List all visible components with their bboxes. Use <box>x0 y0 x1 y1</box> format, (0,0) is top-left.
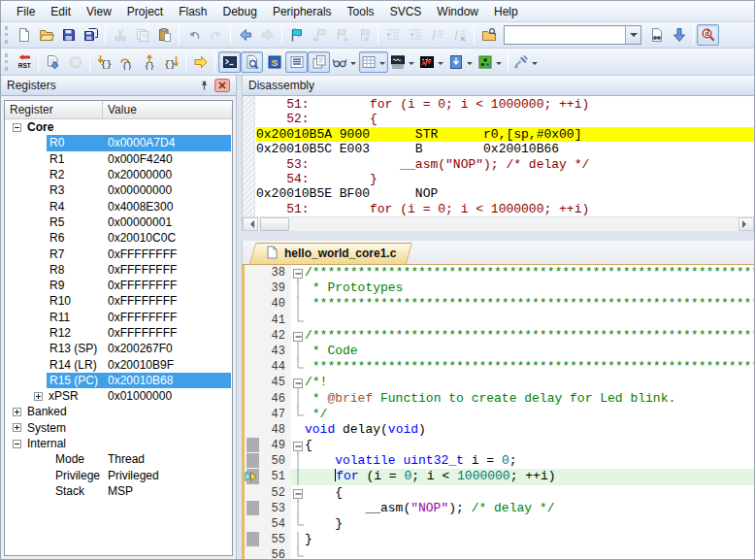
toolbar-grip[interactable] <box>5 26 9 44</box>
reset-button[interactable]: RST <box>13 51 35 73</box>
breakpoint-margin[interactable] <box>245 313 262 328</box>
register-row-r14-lr[interactable]: R14 (LR)0x20010B9F <box>5 356 232 372</box>
register-row-r7[interactable]: R70xFFFFFFFF <box>5 246 232 261</box>
find-in-files-button[interactable] <box>477 24 500 46</box>
code-line[interactable]: */ <box>305 407 754 422</box>
menu-svcs[interactable]: SVCS <box>382 2 430 21</box>
open-folder-button[interactable] <box>35 24 57 46</box>
bookmark-toggle-button[interactable] <box>285 24 308 46</box>
fold-margin[interactable] <box>291 328 305 344</box>
tools-button[interactable] <box>511 51 541 73</box>
doc-find-button[interactable] <box>645 24 668 46</box>
code-line[interactable]: * Code <box>305 344 754 359</box>
code-line[interactable]: } <box>305 516 754 532</box>
register-row-r2[interactable]: R20x20000000 <box>5 167 232 182</box>
column-header-register[interactable]: Register <box>5 101 103 118</box>
memory-window-button[interactable] <box>359 51 388 73</box>
save-button[interactable] <box>57 24 80 46</box>
scroll-track[interactable] <box>289 217 739 231</box>
collapse-icon[interactable] <box>13 440 21 448</box>
watch-window-button[interactable] <box>330 51 359 73</box>
register-row-r5[interactable]: R50x00000001 <box>5 214 232 230</box>
menu-flash[interactable]: Flash <box>171 2 214 21</box>
menu-help[interactable]: Help <box>486 2 526 21</box>
registers-window-button[interactable] <box>285 51 308 73</box>
register-row-r12[interactable]: R120xFFFFFFFF <box>5 325 232 341</box>
fold-collapse-icon[interactable] <box>291 485 305 502</box>
disassembly-breakpoint-margin[interactable] <box>243 96 255 216</box>
breakpoint-margin[interactable] <box>245 407 262 422</box>
find-input[interactable] <box>505 26 625 44</box>
serial-window-button[interactable] <box>388 51 417 73</box>
register-row-r6[interactable]: R60x20010C0C <box>5 230 232 246</box>
scroll-left-button[interactable] <box>243 217 258 231</box>
breakpoint-margin[interactable] <box>245 344 262 359</box>
memory-window-dropdown[interactable] <box>379 62 385 68</box>
register-row-r0[interactable]: R00x0000A7D4 <box>5 135 232 150</box>
new-file-button[interactable] <box>13 24 35 46</box>
menu-window[interactable]: Window <box>429 2 486 21</box>
register-row-r13-sp[interactable]: R13 (SP)0x200267F0 <box>5 341 232 356</box>
symbols-window-button[interactable]: S <box>263 51 285 73</box>
register-row-internal[interactable]: Internal <box>5 436 232 451</box>
breakpoint-margin[interactable] <box>245 469 262 484</box>
find-dropdown-button[interactable] <box>625 26 640 44</box>
analysis-window-button[interactable] <box>417 51 446 73</box>
register-row-r8[interactable]: R80xFFFFFFFF <box>5 262 232 278</box>
code-line[interactable]: for (i = 0; i < 1000000; ++i) <box>305 469 754 484</box>
fold-margin[interactable] <box>291 485 305 501</box>
collapse-icon[interactable] <box>13 123 21 132</box>
toolbar-grip[interactable] <box>5 53 9 71</box>
show-next-statement-button[interactable] <box>189 51 212 73</box>
menu-edit[interactable]: Edit <box>43 2 79 21</box>
menu-view[interactable]: View <box>79 2 119 21</box>
breakpoint-margin[interactable] <box>245 547 262 559</box>
breakpoint-margin[interactable] <box>245 438 262 453</box>
breakpoint-margin[interactable] <box>245 265 262 280</box>
register-row-xpsr[interactable]: xPSR0x01000000 <box>5 388 232 404</box>
debug-session-button[interactable]: d <box>697 24 719 46</box>
code-line[interactable]: /***************************************… <box>305 328 754 344</box>
fold-collapse-icon[interactable] <box>291 438 305 454</box>
fold-margin[interactable] <box>291 438 305 453</box>
breakpoint-margin[interactable] <box>245 280 262 296</box>
code-line[interactable]: volatile uint32_t i = 0; <box>305 453 754 469</box>
breakpoint-margin[interactable] <box>245 532 262 547</box>
paste-button[interactable] <box>153 24 176 46</box>
register-row-banked[interactable]: Banked <box>5 404 232 419</box>
breakpoint-margin[interactable] <box>245 359 262 375</box>
breakpoint-margin[interactable] <box>245 296 262 312</box>
breakpoint-margin[interactable] <box>245 375 262 390</box>
register-row-r15-pc[interactable]: R15 (PC)0x20010B68 <box>5 373 232 388</box>
callstack-window-button[interactable] <box>308 51 330 73</box>
code-line[interactable]: { <box>305 438 754 453</box>
fold-collapse-icon[interactable] <box>291 328 305 345</box>
menu-tools[interactable]: Tools <box>340 2 382 21</box>
serial-window-dropdown[interactable] <box>409 62 414 68</box>
breakpoint-margin[interactable] <box>245 422 262 438</box>
tools-dropdown[interactable] <box>532 62 538 68</box>
menu-file[interactable]: File <box>9 2 43 21</box>
code-line[interactable] <box>305 547 754 559</box>
breakpoint-margin[interactable] <box>245 328 262 344</box>
register-row-r3[interactable]: R30x00000000 <box>5 182 232 198</box>
expand-icon[interactable] <box>13 408 21 416</box>
step-out-button[interactable]: {} <box>138 51 160 73</box>
save-all-button[interactable] <box>80 24 102 46</box>
code-line[interactable]: ****************************************… <box>305 359 754 375</box>
register-row-r9[interactable]: R90xFFFFFFFF <box>5 278 232 293</box>
code-line[interactable] <box>305 313 754 328</box>
close-button[interactable] <box>214 79 230 92</box>
register-row-stack[interactable]: StackMSP <box>5 483 232 499</box>
nav-back-button[interactable] <box>234 24 256 46</box>
fold-margin[interactable] <box>291 375 305 390</box>
code-line[interactable]: * Prototypes <box>305 280 754 296</box>
code-line[interactable]: ****************************************… <box>305 296 754 312</box>
register-row-r4[interactable]: R40x4008E300 <box>5 198 232 214</box>
register-row-system[interactable]: System <box>5 420 232 436</box>
incremental-find-button[interactable] <box>668 24 690 46</box>
code-line[interactable]: } <box>305 532 754 547</box>
menu-project[interactable]: Project <box>119 2 171 21</box>
code-line[interactable]: { <box>305 485 754 501</box>
toolbox-window-button[interactable] <box>476 51 505 73</box>
